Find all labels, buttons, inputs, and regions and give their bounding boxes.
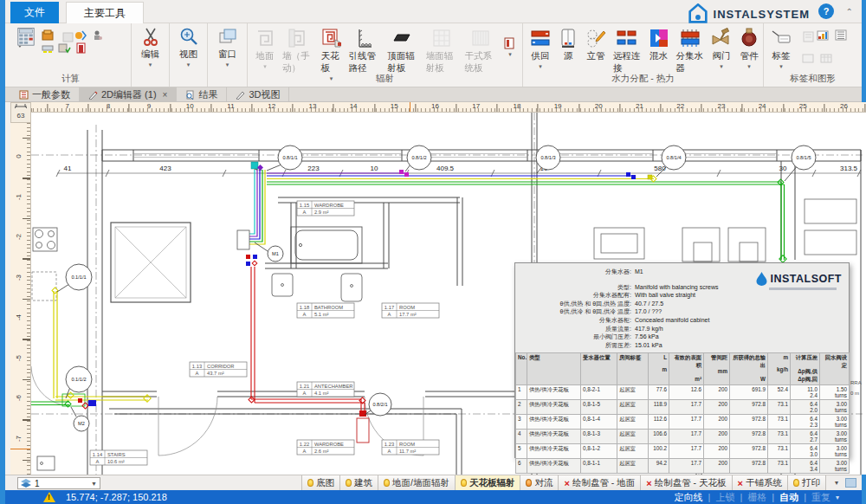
room-label[interactable]: 1.18BATHROOMA5.1 m² <box>297 303 354 318</box>
fittings-button[interactable]: 管件▾ <box>735 25 763 74</box>
source-button[interactable]: 源 <box>554 25 582 74</box>
panel-toggle-button[interactable] <box>842 478 862 488</box>
supply-return-icon <box>530 28 551 48</box>
sink <box>272 274 293 296</box>
status-toggle-重复[interactable]: 重复 <box>811 491 830 504</box>
svg-text:ROOM: ROOM <box>399 305 415 310</box>
layer-tab-绘制盘管 - 地面[interactable]: ×绘制盘管 - 地面 <box>558 475 641 490</box>
layer-tabs-overflow-button[interactable]: ▾ <box>831 479 842 487</box>
ruler-corner[interactable]: 63 <box>10 102 31 123</box>
window-button[interactable]: 窗口▾ <box>208 23 247 67</box>
table-graphic-button[interactable] <box>817 50 830 61</box>
list-graphic-button[interactable] <box>835 29 848 40</box>
h-ruler-number: 10 <box>186 102 194 110</box>
layers-bar: 1 ▼ 底图建筑地面/墙面辐射天花板辐射对流×绘制盘管 - 地面×绘制盘管 - … <box>5 475 862 490</box>
layer-tab-绘制盘管 - 天花板[interactable]: ×绘制盘管 - 天花板 <box>640 475 732 490</box>
status-toggle-自动[interactable]: 自动 <box>779 491 798 504</box>
layer-tab-天花板辐射[interactable]: 天花板辐射 <box>455 475 521 490</box>
collapse-ribbon-button[interactable]: ⌃ <box>846 7 853 16</box>
building-data-button[interactable] <box>42 29 55 40</box>
heat-loss-button[interactable] <box>58 29 71 40</box>
brand-logo: INSTALSYSTEM <box>688 3 810 24</box>
dim-label: 41 <box>64 165 72 172</box>
svg-text:STAIRS: STAIRS <box>107 452 126 457</box>
view-button[interactable]: 视图▾ <box>170 23 207 67</box>
h-ruler-number: 11 <box>227 102 234 110</box>
horizontal-ruler[interactable]: 7891011121314151617181920212223242526 <box>31 102 866 113</box>
svg-text:A: A <box>303 312 307 317</box>
vertical-ruler[interactable]: 0-1-2-3-4-5-6-7 <box>10 123 31 475</box>
label-tag-icon <box>771 28 792 48</box>
table-column-header: mkg/h <box>768 353 791 385</box>
ceiling-coil-icon <box>321 28 342 48</box>
supply-return-button[interactable]: 供回▾ <box>527 25 554 74</box>
room-label[interactable]: 1.23ROOMA11.7 m² <box>382 440 439 455</box>
h-ruler-number: 12 <box>268 102 275 110</box>
layer-tab-打印[interactable]: 打印 <box>787 475 826 490</box>
ribbon-group-hydraulic: 供回▾ 源 立管 <box>523 23 764 87</box>
h-ruler-number: 26 <box>840 102 848 110</box>
edit-button[interactable]: 编辑▾ <box>132 23 169 67</box>
status-toggle-栅格[interactable]: 栅格 <box>747 491 766 504</box>
kd-button[interactable] <box>798 50 811 61</box>
tab-general-params[interactable]: 一般参数 <box>10 87 80 101</box>
table-column-header: 类型 <box>527 353 581 385</box>
v-ruler-number: -3 <box>15 271 23 283</box>
help-button[interactable]: ? <box>818 3 834 19</box>
svg-text:WARDROBE: WARDROBE <box>314 203 344 208</box>
svg-text:WARDROBE: WARDROBE <box>314 442 344 447</box>
layer-tab-建筑[interactable]: 建筑 <box>339 475 378 490</box>
panel-parallelogram-icon <box>392 28 413 48</box>
room-label[interactable]: 1.17ROOMA17.7 m² <box>382 303 439 318</box>
tab-2d-editor[interactable]: 2D编辑器 (1) × <box>80 87 177 101</box>
warning-icon[interactable] <box>43 492 55 502</box>
bar-graphic-button[interactable] <box>817 29 830 40</box>
mixing-button[interactable]: 混水 <box>645 25 673 74</box>
cooling-load-button[interactable] <box>74 29 87 40</box>
drawing-canvas[interactable]: 41 423 41 223 10 409.5 10 580 30 313.5 <box>31 113 866 475</box>
marker-label: 0.8/1/4 <box>666 155 681 160</box>
status-toggle-定向线[interactable]: 定向线 <box>675 491 703 504</box>
calculate-button[interactable] <box>16 27 36 53</box>
room-label[interactable]: 1.22WARDROBEA2.6 m² <box>297 440 354 455</box>
room-label[interactable]: 1.14STAIRSA10.6 m² <box>90 450 147 465</box>
table-column-header: 房间标签 <box>617 353 649 385</box>
stove <box>33 228 57 251</box>
red-door-button[interactable] <box>74 42 87 53</box>
valve-button[interactable]: 阀门▾ <box>708 25 735 74</box>
layer-tab-对流[interactable]: 对流 <box>520 475 559 490</box>
room-label[interactable]: 1.15WARDROBEA2.9 m² <box>297 201 354 216</box>
tab-3d-view[interactable]: 3D视图 <box>227 87 289 101</box>
tab-results[interactable]: 结果 <box>177 87 227 101</box>
close-tab-icon[interactable]: × <box>163 90 168 100</box>
radiator[interactable] <box>357 418 369 443</box>
svg-text:A: A <box>303 391 307 396</box>
label-button[interactable]: 标签▾ <box>767 25 795 68</box>
layer-stack-icon <box>21 479 31 488</box>
layer-tab-地面/墙面辐射[interactable]: 地面/墙面辐射 <box>378 475 456 490</box>
floor-edit-button[interactable] <box>42 42 55 53</box>
lamp-icon <box>384 479 390 487</box>
file-menu-button[interactable]: 文件 <box>10 2 59 23</box>
table-header-row: No.类型受水器位置房间标签Lm有效的表面积m²管间距mm所获得的总输出Wmkg… <box>516 353 850 385</box>
group-label-hydraulic: 水力分配 - 热力 <box>523 73 763 85</box>
riser-button[interactable]: 立管 <box>582 25 610 74</box>
manifold-button[interactable]: 分集水器 <box>673 25 708 74</box>
settings-person-button[interactable] <box>91 29 104 40</box>
room-label[interactable]: 1.21ANTECHAMBERA4.1 m² <box>297 382 354 397</box>
layer-tab-干铺系统[interactable]: ×干铺系统 <box>732 475 788 490</box>
h-ruler-number: 21 <box>636 102 643 110</box>
svg-text:1.22: 1.22 <box>300 442 309 447</box>
status-caret-icon[interactable]: ▾ <box>836 494 839 501</box>
manifold-m1[interactable] <box>237 230 257 266</box>
graphic-doc-button[interactable] <box>798 29 811 40</box>
v-ruler-number: -2 <box>15 231 23 243</box>
tab-main-tools[interactable]: 主要工具 <box>66 2 144 23</box>
storey-selector[interactable]: 1 ▼ <box>17 477 100 489</box>
instalsystem-logo-icon <box>688 3 708 24</box>
room-label[interactable]: 1.13CORRIDORA43.7 m² <box>190 362 247 377</box>
wall-check-button[interactable] <box>58 42 71 53</box>
layer-tab-底图[interactable]: 底图 <box>301 475 340 490</box>
remote-connect-button[interactable]: 远程连接 <box>610 25 645 74</box>
status-toggle-上锁[interactable]: 上锁 <box>715 491 734 504</box>
